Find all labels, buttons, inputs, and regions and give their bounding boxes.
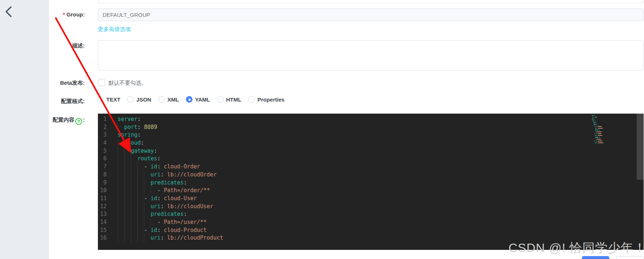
minimap-mark (598, 135, 603, 136)
line-number: 4 (98, 139, 107, 147)
minimap-mark (594, 141, 595, 141)
format-label: 配置格式: (0, 98, 91, 105)
publish-button-partial[interactable] (582, 256, 609, 259)
minimap-mark (592, 117, 594, 118)
line-number: 5 (98, 147, 107, 155)
code-line: 7 - id: cloud-Order (98, 163, 631, 171)
line-number: 15 (98, 226, 107, 235)
minimap-mark (595, 142, 596, 143)
code-line: 1server: (98, 115, 631, 123)
code-area: 1server:2 port: 80893spring:4 cloud:5 ga… (98, 115, 631, 242)
minimap-mark (595, 135, 596, 136)
format-radio-text[interactable]: TEXT (97, 96, 120, 103)
minimap-mark (596, 141, 597, 141)
radio-circle-icon[interactable] (248, 96, 255, 103)
line-number: 11 (98, 195, 107, 203)
code-text: uri: lb://cloudProduct (118, 234, 223, 242)
minimap-mark (594, 124, 595, 125)
code-text: routes: (118, 155, 160, 163)
minimap-mark (598, 126, 602, 127)
minimap-mark (594, 119, 595, 119)
csdn-watermark: CSDN @! 恰同学少年！ (508, 240, 644, 256)
minimap-mark (598, 141, 602, 141)
minimap-mark (597, 126, 598, 127)
back-button-partial[interactable] (616, 256, 644, 259)
code-line: 9 predicates: (98, 179, 631, 187)
data-id-input-partial[interactable] (98, 0, 644, 3)
config-content-editor[interactable]: 1server:2 port: 80893spring:4 cloud:5 ga… (98, 114, 644, 250)
radio-label: YAML (195, 96, 210, 103)
format-radio-json[interactable]: JSON (127, 96, 151, 103)
beta-checkbox[interactable] (98, 79, 105, 86)
help-question-icon[interactable]: ? (75, 118, 82, 125)
code-text: - id: cloud-User (118, 195, 197, 203)
minimap-mark (595, 117, 597, 118)
code-text: predicates: (118, 210, 187, 218)
beta-hint: 默认不要勾选。 (108, 80, 147, 87)
code-line: 3spring: (98, 131, 631, 139)
code-text: - Path=/order/** (118, 187, 210, 195)
minimap-mark (595, 128, 596, 129)
radio-circle-icon[interactable] (127, 96, 134, 103)
line-number: 16 (98, 234, 107, 242)
code-line: 14 - Path=/user/** (98, 218, 631, 226)
line-number: 7 (98, 163, 107, 171)
editor-scrollbar-thumb[interactable] (637, 114, 644, 180)
minimap-mark (592, 115, 594, 116)
radio-circle-icon[interactable] (158, 96, 165, 103)
minimap-mark (594, 126, 595, 127)
radio-circle-icon[interactable] (97, 96, 104, 103)
line-number: 9 (98, 179, 107, 187)
minimap-mark (592, 119, 594, 119)
code-text: port: 8089 (118, 123, 157, 132)
code-text: uri: lb://cloudUser (118, 203, 213, 211)
code-line: 8 uri: lb://cloudOrder (98, 171, 631, 179)
minimap-mark (593, 122, 595, 123)
group-input[interactable] (98, 8, 644, 21)
code-line: 10 - Path=/order/** (98, 187, 631, 195)
format-radio-properties[interactable]: Properties (248, 96, 285, 103)
minimap-mark (597, 135, 597, 136)
code-line: 12 uri: lb://cloudUser (98, 203, 631, 211)
minimap-mark (594, 117, 595, 118)
minimap-mark (597, 133, 598, 134)
minimap-mark (597, 141, 598, 141)
line-number: 8 (98, 171, 107, 179)
radio-label: HTML (226, 96, 241, 103)
code-text: - id: cloud-Order (118, 163, 200, 171)
code-line: 15 - id: cloud-Product (98, 226, 631, 235)
line-number: 3 (98, 131, 107, 139)
content-label: 配置内容?: (0, 117, 91, 125)
format-radio-html[interactable]: HTML (217, 96, 241, 103)
minimap-mark (596, 139, 597, 140)
line-number: 1 (98, 115, 107, 123)
description-textarea[interactable] (98, 40, 644, 71)
minimap-mark (594, 133, 595, 134)
code-text: predicates: (118, 179, 187, 187)
minimap-mark (595, 121, 595, 121)
minimap-mark (596, 133, 597, 134)
code-text: uri: lb://cloudOrder (118, 171, 217, 179)
editor-minimap (592, 115, 628, 155)
format-radio-yaml[interactable]: YAML (186, 96, 210, 103)
minimap-mark (592, 121, 594, 121)
more-advanced-options-link[interactable]: 更多高级选项 (98, 26, 131, 33)
radio-circle-icon[interactable] (186, 96, 193, 103)
code-line: 6 routes: (98, 155, 631, 163)
line-number: 14 (98, 218, 107, 226)
minimap-mark (595, 137, 598, 138)
radio-label: TEXT (106, 96, 120, 103)
code-line: 11 - id: cloud-User (98, 195, 631, 203)
radio-circle-icon[interactable] (217, 96, 224, 103)
minimap-mark (594, 115, 595, 116)
code-text: - Path=/user/** (118, 218, 207, 226)
line-number: 13 (98, 210, 107, 218)
code-text: server: (118, 115, 141, 123)
radio-label: XML (167, 96, 179, 103)
config-edit-page: *Group: 更多高级选项 描述: Beta发布: 默认不要勾选。 配置格式:… (0, 0, 644, 259)
radio-label: Properties (258, 96, 285, 103)
minimap-mark (597, 139, 601, 140)
format-radio-xml[interactable]: XML (158, 96, 179, 103)
description-label: 描述: (0, 42, 91, 49)
minimap-mark (598, 128, 603, 129)
